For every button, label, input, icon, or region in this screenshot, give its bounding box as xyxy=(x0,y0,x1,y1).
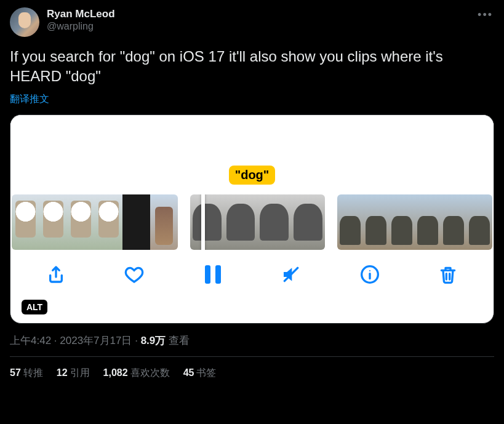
alt-badge[interactable]: ALT xyxy=(22,300,47,314)
clip-group-2[interactable] xyxy=(190,194,326,250)
search-term-wrap: "dog" xyxy=(10,166,494,185)
stat-count: 45 xyxy=(183,367,194,378)
stat-label: 喜欢次数 xyxy=(130,367,170,378)
tweet-meta: 上午4:42 · 2023年7月17日 · 8.9万 查看 xyxy=(10,334,494,348)
thumbnail xyxy=(190,194,224,250)
author-names[interactable]: Ryan McLeod @warpling xyxy=(47,7,494,33)
stat-label: 引用 xyxy=(70,367,90,378)
thumbnail xyxy=(150,194,178,250)
thumbnail xyxy=(224,194,258,250)
media-card[interactable]: "dog" xyxy=(10,114,494,324)
avatar[interactable] xyxy=(10,7,39,37)
info-icon[interactable] xyxy=(359,263,381,286)
share-icon[interactable] xyxy=(45,263,67,286)
thumbnail xyxy=(39,194,67,250)
stats-row: 57转推 12引用 1,082喜欢次数 45书签 xyxy=(10,357,494,385)
mute-icon[interactable] xyxy=(280,263,302,286)
tweet-container: Ryan McLeod @warpling ••• If you search … xyxy=(0,0,504,385)
views-count: 8.9万 xyxy=(141,335,166,346)
stat-likes[interactable]: 1,082喜欢次数 xyxy=(103,367,170,380)
playhead[interactable] xyxy=(201,194,205,250)
stat-quotes[interactable]: 12引用 xyxy=(57,367,90,380)
search-term-badge: "dog" xyxy=(229,166,276,185)
thumbnail xyxy=(415,194,441,250)
thumbnail xyxy=(95,194,122,250)
clip-group-3[interactable] xyxy=(337,194,492,250)
thumbnail xyxy=(363,194,389,250)
video-timeline[interactable] xyxy=(10,194,494,250)
stat-retweets[interactable]: 57转推 xyxy=(10,367,43,380)
more-icon[interactable]: ••• xyxy=(478,9,493,22)
thumbnail xyxy=(12,194,39,250)
meta-separator: · xyxy=(51,335,60,346)
pause-icon[interactable] xyxy=(202,263,224,286)
views-label: 查看 xyxy=(169,335,190,346)
thumbnail xyxy=(291,194,325,250)
tweet-date[interactable]: 2023年7月17日 xyxy=(60,335,132,346)
svg-point-3 xyxy=(369,270,370,271)
thumbnail xyxy=(257,194,291,250)
thumbnail xyxy=(466,194,492,250)
translate-link[interactable]: 翻译推文 xyxy=(10,93,49,106)
handle: @warpling xyxy=(47,20,494,33)
clip-group-1[interactable] xyxy=(12,194,178,250)
meta-separator: · xyxy=(132,335,140,346)
stat-count: 12 xyxy=(57,367,68,378)
display-name: Ryan McLeod xyxy=(47,7,494,20)
stat-count: 57 xyxy=(10,367,21,378)
tweet-time[interactable]: 上午4:42 xyxy=(10,335,51,346)
media-whitespace xyxy=(10,115,494,166)
thumbnail xyxy=(67,194,95,250)
stat-bookmarks[interactable]: 45书签 xyxy=(183,367,217,380)
tweet-header: Ryan McLeod @warpling xyxy=(10,7,494,37)
thumbnail xyxy=(122,194,150,250)
stat-label: 转推 xyxy=(23,367,43,378)
stat-label: 书签 xyxy=(196,367,216,378)
thumbnail xyxy=(389,194,415,250)
thumbnail xyxy=(337,194,363,250)
stat-count: 1,082 xyxy=(103,367,128,378)
tweet-text: If you search for "dog" on iOS 17 it'll … xyxy=(10,47,494,87)
trash-icon[interactable] xyxy=(437,263,459,286)
heart-icon[interactable] xyxy=(123,263,145,286)
thumbnail xyxy=(441,194,466,250)
media-toolbar xyxy=(10,250,494,286)
